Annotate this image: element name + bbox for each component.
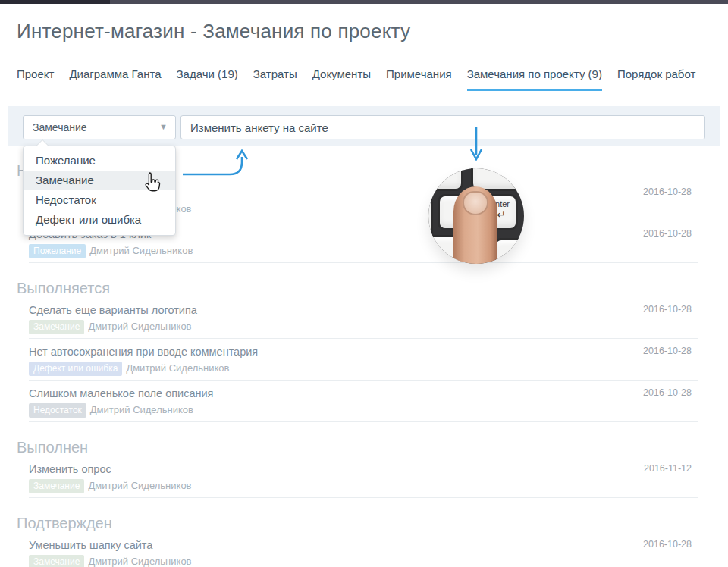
status-badge: Дефект или ошибка	[29, 362, 122, 376]
author-label: Дмитрий Сидельников	[90, 404, 193, 415]
remark-meta: Дефект или ошибкаДмитрий Сидельников	[29, 362, 698, 376]
tab-item[interactable]: Задачи (19)	[177, 67, 238, 91]
remark-row[interactable]: Изменить опросЗамечаниеДмитрий Сидельник…	[29, 456, 698, 498]
tab-item[interactable]: Проект	[17, 67, 54, 91]
tab-item[interactable]: Документы	[312, 67, 371, 91]
remark-type-select[interactable]: Замечание ▼	[23, 115, 176, 139]
section-title: Выполнен	[17, 439, 728, 456]
tab-item[interactable]: Затраты	[253, 67, 297, 91]
remark-date: 2016-10-28	[643, 304, 692, 315]
section-rows: Уменьшить шапку сайтаЗамечаниеДмитрий Си…	[29, 532, 698, 567]
remark-meta: ЗамечаниеДмитрий Сидельников	[29, 320, 698, 334]
dropdown-option[interactable]: Пожелание	[24, 151, 175, 171]
project-remarks-page: Интернет-магазин - Замечания по проекту …	[0, 0, 728, 567]
remark-date: 2016-10-28	[643, 186, 692, 197]
author-label: Дмитрий Сидельников	[88, 480, 191, 491]
remark-date: 2016-10-28	[643, 228, 692, 239]
author-label: Дмитрий Сидельников	[89, 245, 193, 256]
arrow-down-icon	[469, 126, 484, 162]
remark-title[interactable]: Сделать еще варианты логотипа	[29, 304, 698, 316]
finger	[453, 186, 497, 264]
remark-title[interactable]: Нет автосохранения при вводе комментария	[29, 346, 698, 358]
page-title: Интернет-магазин - Замечания по проекту	[17, 20, 410, 43]
section-title: Выполняется	[17, 280, 728, 297]
remark-title[interactable]: Уменьшить шапку сайта	[29, 539, 698, 551]
dropdown-option[interactable]: Дефект или ошибка	[24, 210, 175, 230]
remark-title[interactable]: Слишком маленькое поле описания	[29, 387, 698, 399]
arrow-up-icon	[178, 148, 251, 180]
remark-date: 2016-10-28	[643, 539, 692, 550]
tab-item-active[interactable]: Замечания по проекту (9)	[467, 67, 602, 91]
tab-item[interactable]: Порядок работ	[617, 67, 695, 91]
status-badge: Замечание	[29, 479, 84, 493]
enter-key-illustration: Enter ↵	[428, 168, 524, 264]
top-progress-bar-segment	[0, 0, 110, 4]
tab-item[interactable]: Диаграмма Ганта	[69, 67, 161, 91]
top-progress-bar	[0, 0, 728, 4]
status-badge: Недостаток	[29, 403, 86, 418]
remark-text-input[interactable]	[180, 115, 705, 139]
remark-meta: ЗамечаниеДмитрий Сидельников	[29, 555, 698, 567]
remark-row[interactable]: Слишком маленькое поле описанияНедостато…	[29, 381, 698, 422]
chevron-down-icon[interactable]: ▼	[159, 122, 168, 131]
fingernail	[463, 191, 488, 215]
remark-row[interactable]: Уменьшить шапку сайтаЗамечаниеДмитрий Си…	[29, 532, 698, 567]
remark-date: 2016-10-28	[643, 387, 692, 398]
section-rows: Изменить опросЗамечаниеДмитрий Сидельник…	[29, 456, 698, 498]
status-badge: Замечание	[29, 320, 84, 334]
tab-item[interactable]: Примечания	[386, 67, 452, 91]
author-label: Дмитрий Сидельников	[88, 321, 191, 332]
remark-row[interactable]: Нет автосохранения при вводе комментария…	[29, 339, 698, 381]
author-label: Дмитрий Сидельников	[88, 556, 191, 567]
section-title: Подтвержден	[17, 515, 728, 532]
remark-date: 2016-11-12	[644, 463, 692, 474]
author-label: Дмитрий Сидельников	[126, 362, 229, 374]
remark-meta: ПожеланиеДмитрий Сидельников	[29, 244, 698, 258]
section-rows: Сделать еще варианты логотипаЗамечаниеДм…	[29, 297, 698, 422]
remark-title[interactable]: Изменить опрос	[29, 463, 698, 475]
remark-date: 2016-10-28	[643, 346, 692, 356]
return-arrow-icon: ↵	[497, 209, 506, 220]
status-badge: Пожелание	[29, 244, 86, 258]
remark-row[interactable]: Сделать еще варианты логотипаЗамечаниеДм…	[29, 297, 698, 339]
remark-meta: ЗамечаниеДмитрий Сидельников	[29, 479, 698, 493]
tab-bar: ПроектДиаграмма ГантаЗадачи (19)ЗатратыД…	[17, 67, 695, 91]
status-badge: Замечание	[29, 555, 84, 567]
remark-meta: НедостатокДмитрий Сидельников	[29, 403, 698, 418]
remark-type-value: Замечание	[33, 121, 87, 133]
cursor-hand-icon	[141, 171, 164, 196]
